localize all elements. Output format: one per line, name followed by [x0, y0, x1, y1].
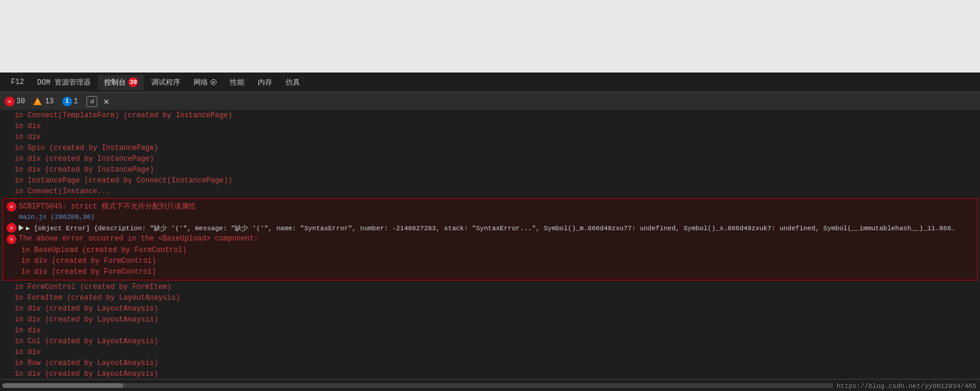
stack-line-7: in InstancePage (created by Connect(Inst… — [0, 175, 980, 186]
bottom-line-6: in Col (created by LayoutAnaysis) — [0, 336, 980, 347]
error-icon: ✕ — [5, 97, 15, 106]
console-error-badge: 30 — [128, 77, 138, 87]
console-toolbar: ✕ 30 ! 13 i 1 ↺ ✕ — [0, 92, 980, 110]
error-block: ✕ SCRIPT5045: strict 模式下不允许分配到只读属性 main.… — [2, 198, 978, 280]
tab-memory[interactable]: 内存 — [252, 75, 278, 90]
component-stack-1: in BaseUpload (created by FormControl) — [7, 245, 973, 256]
component-stack-3: in div (created by FormControl) — [7, 267, 973, 277]
refresh-btn[interactable]: ↺ — [87, 96, 97, 107]
scrollbar-track[interactable] — [2, 383, 978, 388]
expand-icon[interactable] — [19, 225, 24, 231]
bottom-line-4: in div (created by LayoutAnaysis) — [0, 314, 980, 325]
bottom-line-7: in div — [0, 347, 980, 358]
tab-dom[interactable]: DOM 资源管理器 — [31, 75, 97, 90]
stack-line-5: in div (created by InstancePage) — [0, 153, 980, 164]
bottom-line-8: in Row (created by LayoutAnaysis) — [0, 358, 980, 369]
tab-f12[interactable]: F12 — [5, 76, 30, 89]
top-area — [0, 0, 980, 73]
warn-filter-btn[interactable]: ! 13 — [33, 97, 53, 106]
bottom-line-2: in FormItem (created by LayoutAnaysis) — [0, 292, 980, 303]
tab-debugger[interactable]: 调试程序 — [145, 75, 186, 90]
tab-console[interactable]: 控制台 30 — [98, 75, 144, 90]
tab-network[interactable]: 网络 — [188, 75, 223, 90]
bottom-url: https://blog.csdn.net/yy0012934/465 — [833, 381, 980, 391]
info-icon: i — [62, 97, 72, 106]
error-object-line: ✕ ▶ [object Error] {description: "缺少 '('… — [7, 223, 973, 233]
stack-line-6: in div (created by InstancePage) — [0, 164, 980, 175]
above-error-icon: ✕ — [7, 234, 16, 244]
tab-simulation[interactable]: 仿真 — [279, 75, 306, 90]
error-title-icon: ✕ — [7, 202, 16, 212]
refresh-icon: ↺ — [87, 96, 97, 107]
error-obj-icon: ✕ — [7, 223, 16, 233]
scrollbar-thumb[interactable] — [2, 383, 123, 388]
stack-line-3: in div — [0, 132, 980, 143]
clear-btn[interactable]: ✕ — [103, 95, 109, 108]
bottom-line-9: in div (created by LayoutAnaysis) — [0, 369, 980, 379]
bottom-line-3: in div (created by LayoutAnaysis) — [0, 303, 980, 314]
network-play-icon — [211, 79, 217, 85]
above-error-line: ✕ The above error occurred in the <BaseU… — [7, 234, 973, 244]
error-filter-btn[interactable]: ✕ 30 — [5, 97, 25, 106]
stack-line-1: in Connect(TemplateForm) (created by Ins… — [0, 110, 980, 121]
error-title: ✕ SCRIPT5045: strict 模式下不允许分配到只读属性 — [7, 201, 973, 212]
bottom-line-1: in FormControl (created by FormItem) — [0, 282, 980, 292]
devtools-toolbar: F12 DOM 资源管理器 控制台 30 调试程序 网络 性能 内存 仿真 — [0, 73, 980, 92]
bottom-line-5: in div — [0, 325, 980, 336]
stack-line-2: in div — [0, 121, 980, 132]
tab-performance[interactable]: 性能 — [224, 75, 250, 90]
stack-line-8: in Connect(Instance... — [0, 186, 980, 197]
stack-line-4: in Spin (created by InstancePage) — [0, 143, 980, 153]
component-stack-2: in div (created by FormControl) — [7, 256, 973, 267]
error-source-link[interactable]: main.js (286209,36) — [7, 213, 973, 221]
info-filter-btn[interactable]: i 1 — [62, 97, 78, 106]
console-output[interactable]: in Connect(TemplateForm) (created by Ins… — [0, 110, 980, 379]
close-icon: ✕ — [103, 95, 109, 108]
